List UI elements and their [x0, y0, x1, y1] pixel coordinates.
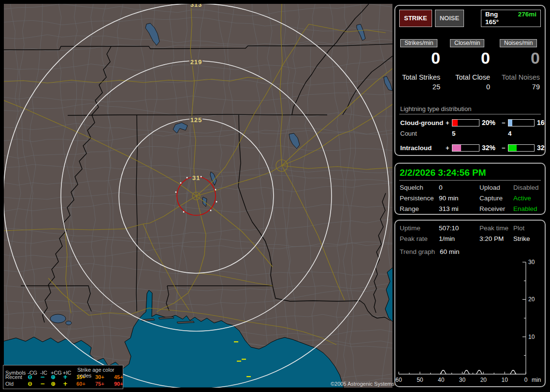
age-code-45: 45+: [114, 374, 131, 380]
pos-cg-recent-icon: ⊕: [51, 374, 63, 380]
svg-text:30: 30: [528, 259, 535, 266]
count-label: Count: [400, 130, 446, 137]
intracloud-count-row: Count 8 8: [399, 155, 541, 156]
age-code-75: 75+: [95, 381, 114, 387]
distribution-title: Lightning type distribution: [399, 105, 541, 114]
noises-per-min-counter: Noises/min 0 Total Noises 79: [500, 39, 540, 91]
close-per-min-value: 0: [450, 48, 490, 68]
ic-negative-pct: 32%: [535, 144, 546, 152]
svg-text:219: 219: [190, 58, 203, 66]
strikes-per-min-value: 0: [400, 48, 440, 68]
trend-box: Uptime 507:10 Peak time Plot Peak rate 1…: [394, 220, 546, 387]
total-close-label: Total Close: [450, 73, 490, 81]
bearing-distance: 276mi: [518, 11, 536, 26]
plus-sign: +: [446, 144, 452, 152]
neg-ic-old-icon: −: [40, 381, 51, 387]
age-code-90: 90+: [114, 381, 131, 387]
legend-recent-label: Recent: [5, 374, 28, 380]
cg-negative-count: 4: [508, 130, 535, 137]
minus-sign: −: [502, 144, 508, 152]
ic-positive-pct: 32%: [479, 144, 502, 152]
noises-per-min-value: 0: [500, 48, 540, 68]
cg-negative-pct: 16%: [535, 119, 546, 126]
ic-negative-count: 8: [508, 155, 535, 156]
svg-text:20: 20: [480, 377, 487, 383]
persistence-value: 90 min: [439, 195, 479, 202]
copyright-text: ©2005 Astrogenic Systems: [331, 381, 394, 387]
datetime-display: 2/2/2026 3:24:56 PM: [399, 168, 541, 181]
rate-counters: Strikes/min 0 Total Strikes 25 Close/min…: [399, 39, 541, 91]
map-legend: Symbols -CG -IC +CG +IC Strike age color…: [3, 365, 123, 389]
legend-row-recent: Recent ⊖ − ⊕ + 15+ 30+ 45+: [3, 374, 123, 380]
cg-positive-count: 5: [452, 130, 479, 137]
cg-positive-bar: [452, 119, 479, 126]
age-code-15: 15+: [76, 374, 95, 380]
svg-text:30: 30: [459, 377, 466, 383]
persistence-label: Persistence: [400, 195, 439, 202]
svg-text:min: min: [532, 377, 541, 383]
minus-sign: −: [502, 119, 508, 126]
svg-text:60: 60: [395, 377, 402, 383]
ic-positive-bar: [452, 144, 479, 152]
legend-old-ages: 60+ 75+ 90+: [73, 381, 131, 387]
svg-text:313: 313: [190, 4, 203, 8]
svg-text:0: 0: [524, 377, 528, 383]
total-noises-value: 79: [500, 83, 540, 91]
svg-text:50: 50: [417, 377, 423, 383]
count-label: Count: [400, 155, 446, 156]
map-canvas[interactable]: 31321912531: [4, 4, 392, 388]
bearing-value: Bng 165°: [485, 11, 512, 26]
svg-text:125: 125: [190, 116, 203, 124]
pos-ic-recent-icon: +: [63, 374, 73, 380]
side-panel: STRIKE NOISE Bng 165° 276mi Strikes/min …: [394, 0, 546, 387]
close-per-min-label: Close/min: [450, 39, 484, 47]
receiver-status: Enabled: [513, 205, 541, 212]
svg-text:20: 20: [528, 296, 535, 303]
neg-cg-old-icon: ⊖: [28, 381, 40, 387]
status-row: Squelch 0 Upload Disabled: [399, 184, 541, 191]
display-mode-row: STRIKE NOISE Bng 165° 276mi: [399, 10, 541, 27]
ic-negative-bar: [508, 144, 535, 152]
strikes-per-min-counter: Strikes/min 0 Total Strikes 25: [400, 39, 440, 91]
legend-recent-ages: 15+ 30+ 45+: [73, 374, 131, 380]
svg-text:10: 10: [501, 377, 508, 383]
strike-mode-button[interactable]: STRIKE: [399, 10, 432, 27]
upload-label: Upload: [479, 184, 513, 191]
cg-positive-pct: 20%: [479, 119, 502, 126]
plus-sign: +: [446, 119, 452, 126]
neg-cg-recent-icon: ⊖: [28, 374, 40, 380]
age-code-30: 30+: [95, 374, 114, 380]
status-box: 2/2/2026 3:24:56 PM Squelch 0 Upload Dis…: [394, 163, 546, 215]
total-strikes-value: 25: [400, 83, 440, 91]
squelch-label: Squelch: [400, 184, 439, 191]
cloud-ground-count-row: Count 5 4: [399, 130, 541, 137]
capture-status: Active: [513, 195, 541, 202]
neg-ic-recent-icon: −: [40, 374, 51, 380]
total-strikes-label: Total Strikes: [400, 73, 440, 81]
total-close-value: 0: [450, 83, 490, 91]
svg-text:31: 31: [192, 174, 200, 182]
upload-status: Disabled: [513, 184, 541, 191]
lightning-map[interactable]: 31321912531 Symbols -CG -IC +CG +IC Stri…: [4, 4, 392, 388]
svg-text:40: 40: [438, 377, 445, 383]
svg-text:10: 10: [528, 334, 535, 340]
strike-stats-box: STRIKE NOISE Bng 165° 276mi Strikes/min …: [394, 5, 546, 156]
status-row: Range 313 mi Receiver Enabled: [399, 205, 541, 212]
capture-label: Capture: [479, 195, 513, 202]
close-per-min-counter: Close/min 0 Total Close 0: [450, 39, 490, 91]
bearing-display: Bng 165° 276mi: [481, 10, 541, 27]
legend-row-old: Old ⊖ − ⊕ + 60+ 75+ 90+: [3, 380, 123, 387]
legend-old-label: Old: [5, 381, 28, 387]
receiver-label: Receiver: [479, 205, 513, 212]
status-row: Persistence 90 min Capture Active: [399, 195, 541, 202]
intracloud-label: Intracloud: [400, 144, 446, 152]
range-label: Range: [400, 205, 439, 212]
ic-positive-count: 8: [452, 155, 479, 156]
pos-cg-old-icon: ⊕: [51, 381, 63, 387]
range-value: 313 mi: [439, 205, 479, 212]
total-noises-label: Total Noises: [500, 73, 540, 81]
trend-graph-chart: 1020306050403020100min: [395, 221, 545, 386]
strikes-per-min-label: Strikes/min: [400, 39, 437, 47]
intracloud-row: Intracloud + 32% − 32%: [399, 144, 541, 152]
noise-mode-button[interactable]: NOISE: [435, 10, 464, 27]
